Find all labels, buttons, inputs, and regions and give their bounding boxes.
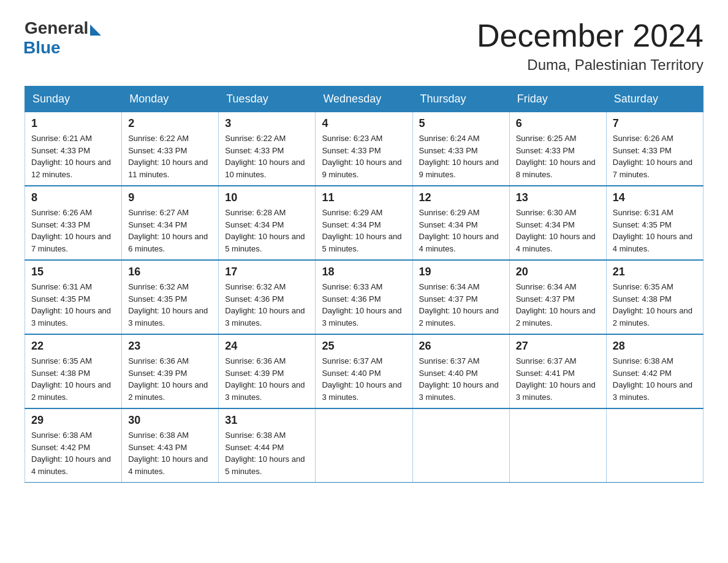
cell-date-number: 15 [31,266,115,278]
title-section: December 2024 Duma, Palestinian Territor… [477,18,703,74]
calendar-cell: 14Sunrise: 6:31 AMSunset: 4:35 PMDayligh… [606,186,703,260]
calendar-cell [606,408,703,483]
cell-sun-info: Sunrise: 6:22 AMSunset: 4:33 PMDaylight:… [225,132,309,180]
calendar-cell: 24Sunrise: 6:36 AMSunset: 4:39 PMDayligh… [219,334,316,408]
calendar-cell: 21Sunrise: 6:35 AMSunset: 4:38 PMDayligh… [606,260,703,334]
weekday-header-saturday: Saturday [606,86,703,112]
cell-date-number: 28 [613,340,697,353]
calendar-cell: 3Sunrise: 6:22 AMSunset: 4:33 PMDaylight… [219,112,316,186]
cell-date-number: 3 [225,117,309,130]
calendar-cell: 12Sunrise: 6:29 AMSunset: 4:34 PMDayligh… [412,186,509,260]
calendar-cell: 25Sunrise: 6:37 AMSunset: 4:40 PMDayligh… [316,334,412,408]
cell-date-number: 26 [419,340,503,353]
calendar-cell: 2Sunrise: 6:22 AMSunset: 4:33 PMDaylight… [122,112,219,186]
cell-sun-info: Sunrise: 6:29 AMSunset: 4:34 PMDaylight:… [419,207,503,255]
calendar-cell: 5Sunrise: 6:24 AMSunset: 4:33 PMDaylight… [412,112,509,186]
cell-sun-info: Sunrise: 6:38 AMSunset: 4:44 PMDaylight:… [225,429,309,477]
weekday-header-sunday: Sunday [25,86,122,112]
cell-sun-info: Sunrise: 6:26 AMSunset: 4:33 PMDaylight:… [31,207,115,255]
cell-sun-info: Sunrise: 6:35 AMSunset: 4:38 PMDaylight:… [31,355,115,403]
calendar-cell: 11Sunrise: 6:29 AMSunset: 4:34 PMDayligh… [316,186,412,260]
cell-date-number: 24 [225,340,309,353]
calendar-cell: 26Sunrise: 6:37 AMSunset: 4:40 PMDayligh… [412,334,509,408]
weekday-header-friday: Friday [509,86,606,112]
calendar-week-row: 8Sunrise: 6:26 AMSunset: 4:33 PMDaylight… [25,186,703,260]
cell-sun-info: Sunrise: 6:30 AMSunset: 4:34 PMDaylight:… [516,207,600,255]
logo-triangle-icon [90,25,101,36]
location-title: Duma, Palestinian Territory [477,56,703,74]
calendar-cell: 1Sunrise: 6:21 AMSunset: 4:33 PMDaylight… [25,112,122,186]
logo-general-text: General [25,18,88,38]
calendar-cell: 29Sunrise: 6:38 AMSunset: 4:42 PMDayligh… [25,408,122,483]
cell-sun-info: Sunrise: 6:24 AMSunset: 4:33 PMDaylight:… [419,132,503,180]
cell-sun-info: Sunrise: 6:36 AMSunset: 4:39 PMDaylight:… [128,355,212,403]
cell-sun-info: Sunrise: 6:35 AMSunset: 4:38 PMDaylight:… [613,281,697,329]
cell-date-number: 29 [31,414,115,427]
cell-sun-info: Sunrise: 6:38 AMSunset: 4:42 PMDaylight:… [613,355,697,403]
weekday-header-monday: Monday [122,86,219,112]
cell-date-number: 10 [225,191,309,204]
cell-date-number: 1 [31,117,115,130]
cell-sun-info: Sunrise: 6:28 AMSunset: 4:34 PMDaylight:… [225,207,309,255]
cell-date-number: 25 [322,340,406,353]
calendar-cell: 6Sunrise: 6:25 AMSunset: 4:33 PMDaylight… [509,112,606,186]
logo-blue-text: Blue [23,38,61,58]
calendar-cell: 15Sunrise: 6:31 AMSunset: 4:35 PMDayligh… [25,260,122,334]
cell-date-number: 9 [128,191,212,204]
cell-sun-info: Sunrise: 6:29 AMSunset: 4:34 PMDaylight:… [322,207,406,255]
weekday-header-tuesday: Tuesday [219,86,316,112]
cell-sun-info: Sunrise: 6:22 AMSunset: 4:33 PMDaylight:… [128,132,212,180]
cell-sun-info: Sunrise: 6:33 AMSunset: 4:36 PMDaylight:… [322,281,406,329]
calendar-cell: 22Sunrise: 6:35 AMSunset: 4:38 PMDayligh… [25,334,122,408]
cell-date-number: 18 [322,266,406,278]
cell-date-number: 7 [613,117,697,130]
cell-sun-info: Sunrise: 6:25 AMSunset: 4:33 PMDaylight:… [516,132,600,180]
weekday-header-row: SundayMondayTuesdayWednesdayThursdayFrid… [25,86,703,112]
cell-sun-info: Sunrise: 6:34 AMSunset: 4:37 PMDaylight:… [419,281,503,329]
calendar-cell: 23Sunrise: 6:36 AMSunset: 4:39 PMDayligh… [122,334,219,408]
cell-date-number: 12 [419,191,503,204]
calendar-cell: 13Sunrise: 6:30 AMSunset: 4:34 PMDayligh… [509,186,606,260]
calendar-week-row: 29Sunrise: 6:38 AMSunset: 4:42 PMDayligh… [25,408,703,483]
calendar-cell: 9Sunrise: 6:27 AMSunset: 4:34 PMDaylight… [122,186,219,260]
cell-date-number: 31 [225,414,309,427]
month-title: December 2024 [477,18,703,53]
cell-sun-info: Sunrise: 6:36 AMSunset: 4:39 PMDaylight:… [225,355,309,403]
cell-date-number: 4 [322,117,406,130]
cell-sun-info: Sunrise: 6:31 AMSunset: 4:35 PMDaylight:… [31,281,115,329]
cell-date-number: 20 [516,266,600,278]
cell-sun-info: Sunrise: 6:26 AMSunset: 4:33 PMDaylight:… [613,132,697,180]
calendar-cell: 30Sunrise: 6:38 AMSunset: 4:43 PMDayligh… [122,408,219,483]
calendar-cell: 28Sunrise: 6:38 AMSunset: 4:42 PMDayligh… [606,334,703,408]
cell-sun-info: Sunrise: 6:21 AMSunset: 4:33 PMDaylight:… [31,132,115,180]
cell-sun-info: Sunrise: 6:37 AMSunset: 4:41 PMDaylight:… [516,355,600,403]
cell-date-number: 21 [613,266,697,278]
calendar-cell: 18Sunrise: 6:33 AMSunset: 4:36 PMDayligh… [316,260,412,334]
calendar-cell: 17Sunrise: 6:32 AMSunset: 4:36 PMDayligh… [219,260,316,334]
cell-date-number: 8 [31,191,115,204]
cell-sun-info: Sunrise: 6:38 AMSunset: 4:42 PMDaylight:… [31,429,115,477]
calendar-table: SundayMondayTuesdayWednesdayThursdayFrid… [25,86,703,483]
cell-date-number: 30 [128,414,212,427]
cell-date-number: 13 [516,191,600,204]
cell-date-number: 11 [322,191,406,204]
calendar-cell [509,408,606,483]
calendar-cell: 8Sunrise: 6:26 AMSunset: 4:33 PMDaylight… [25,186,122,260]
calendar-cell: 20Sunrise: 6:34 AMSunset: 4:37 PMDayligh… [509,260,606,334]
calendar-week-row: 15Sunrise: 6:31 AMSunset: 4:35 PMDayligh… [25,260,703,334]
calendar-cell: 7Sunrise: 6:26 AMSunset: 4:33 PMDaylight… [606,112,703,186]
weekday-header-thursday: Thursday [412,86,509,112]
cell-date-number: 19 [419,266,503,278]
cell-date-number: 23 [128,340,212,353]
calendar-cell: 27Sunrise: 6:37 AMSunset: 4:41 PMDayligh… [509,334,606,408]
cell-sun-info: Sunrise: 6:32 AMSunset: 4:36 PMDaylight:… [225,281,309,329]
cell-date-number: 14 [613,191,697,204]
calendar-cell: 31Sunrise: 6:38 AMSunset: 4:44 PMDayligh… [219,408,316,483]
cell-date-number: 2 [128,117,212,130]
cell-sun-info: Sunrise: 6:37 AMSunset: 4:40 PMDaylight:… [419,355,503,403]
cell-date-number: 5 [419,117,503,130]
calendar-cell [412,408,509,483]
cell-date-number: 22 [31,340,115,353]
cell-date-number: 27 [516,340,600,353]
calendar-cell: 4Sunrise: 6:23 AMSunset: 4:33 PMDaylight… [316,112,412,186]
